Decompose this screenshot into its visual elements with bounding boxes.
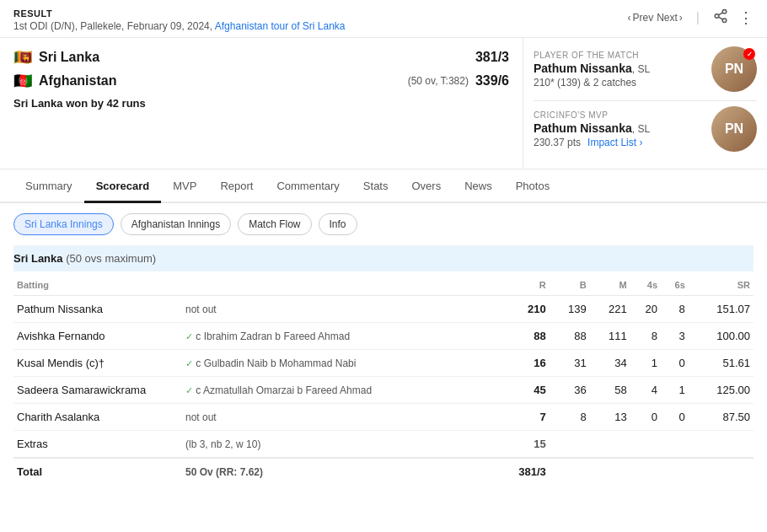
top-navigation: ‹ Prev Next › | ⋮ — [627, 8, 754, 27]
col-r: R — [494, 275, 550, 296]
team2-name: Afghanistan — [39, 73, 408, 89]
dismissal: ✓ c Gulbadin Naib b Mohammad Nabi — [182, 350, 494, 377]
team1-flag: 🇱🇰 — [13, 48, 32, 67]
match-area: 🇱🇰 Sri Lanka 381/3 🇦🇫 Afghanistan (50 ov… — [0, 38, 767, 169]
table-row: Sadeera Samarawickrama ✓ c Azmatullah Om… — [13, 377, 754, 404]
strike-rate: 151.07 — [689, 296, 754, 323]
batting-table: Batting R B M 4s 6s SR Pathum Nissanka n… — [13, 275, 754, 485]
minutes: 58 — [590, 377, 630, 404]
fours: 0 — [630, 404, 661, 431]
team2-flag: 🇦🇫 — [13, 72, 32, 90]
svg-line-3 — [718, 17, 722, 19]
batting-header: Sri Lanka (50 ovs maximum) — [13, 245, 754, 271]
potm-stats: 210* (139) & 2 catches — [534, 77, 703, 89]
cricinfo-mvp-block: CRICINFO'S MVP Pathum Nissanka, SL 230.3… — [534, 106, 757, 152]
potm-divider — [534, 100, 757, 101]
svg-point-2 — [722, 19, 727, 23]
batting-overs: (50 ovs maximum) — [66, 252, 156, 265]
team1-name: Sri Lanka — [39, 50, 475, 65]
table-row: Pathum Nissanka not out 210 139 221 20 8… — [13, 296, 754, 323]
innings-tab-afghanistan-innings[interactable]: Afghanistan Innings — [121, 213, 231, 235]
strike-rate: 51.61 — [689, 350, 754, 377]
runs: 7 — [494, 404, 550, 431]
total-value: 381/3 — [494, 458, 550, 485]
runs: 88 — [494, 323, 550, 350]
fours: 1 — [630, 350, 661, 377]
minutes: 111 — [590, 323, 630, 350]
balls: 139 — [550, 296, 590, 323]
svg-point-1 — [715, 14, 719, 19]
innings-tab-match-flow[interactable]: Match Flow — [238, 213, 311, 235]
potm-badge: ✓ — [743, 48, 755, 60]
next-button[interactable]: Next › — [657, 12, 683, 24]
balls: 36 — [550, 377, 590, 404]
tab-news[interactable]: News — [453, 169, 504, 203]
dismissal: ✓ c Azmatullah Omarzai b Fareed Ahmad — [182, 377, 494, 404]
minutes: 221 — [590, 296, 630, 323]
sixes: 1 — [661, 377, 689, 404]
tab-overs[interactable]: Overs — [400, 169, 453, 203]
teams-section: 🇱🇰 Sri Lanka 381/3 🇦🇫 Afghanistan (50 ov… — [0, 38, 523, 169]
balls: 8 — [550, 404, 590, 431]
batsman-name[interactable]: Sadeera Samarawickrama — [13, 377, 182, 404]
innings-tab-info[interactable]: Info — [319, 213, 357, 235]
table-row: Kusal Mendis (c)† ✓ c Gulbadin Naib b Mo… — [13, 350, 754, 377]
share-icon — [713, 8, 728, 24]
runs: 210 — [494, 296, 550, 323]
mvp-name-row: Pathum Nissanka, SL — [534, 121, 703, 135]
fours: 8 — [630, 323, 661, 350]
extras-detail: (lb 3, nb 2, w 10) — [182, 431, 494, 459]
col-dismissal — [182, 275, 494, 296]
total-detail: 50 Ov (RR: 7.62) — [182, 458, 494, 485]
nav-arrows: ‹ Prev Next › — [627, 12, 682, 24]
col-sr: SR — [689, 275, 754, 296]
col-m: M — [590, 275, 630, 296]
minutes: 34 — [590, 350, 630, 377]
table-row: Avishka Fernando ✓ c Ibrahim Zadran b Fa… — [13, 323, 754, 350]
runs: 16 — [494, 350, 550, 377]
team2-score-detail: (50 ov, T:382) — [408, 75, 469, 87]
nav-divider: | — [696, 10, 700, 25]
col-4s: 4s — [630, 275, 661, 296]
main-tabs: SummaryScorecardMVPReportCommentaryStats… — [0, 169, 767, 203]
batting-table-wrapper: Batting R B M 4s 6s SR Pathum Nissanka n… — [13, 275, 754, 485]
tab-stats[interactable]: Stats — [351, 169, 400, 203]
minutes: 13 — [590, 404, 630, 431]
series-link[interactable]: Afghanistan tour of Sri Lanka — [215, 20, 346, 32]
strike-rate: 100.00 — [689, 323, 754, 350]
mvp-avatar: PN — [711, 106, 757, 152]
extras-row: Extras (lb 3, nb 2, w 10) 15 — [13, 431, 754, 459]
batsman-name[interactable]: Avishka Fernando — [13, 323, 182, 350]
impact-list-link[interactable]: Impact List › — [587, 137, 642, 148]
share-button[interactable] — [713, 8, 728, 27]
innings-tab-sri-lanka-innings[interactable]: Sri Lanka Innings — [13, 213, 114, 235]
prev-chevron-icon: ‹ — [627, 12, 630, 24]
svg-line-4 — [718, 13, 722, 15]
player-of-match-block: PLAYER OF THE MATCH Pathum Nissanka, SL … — [534, 46, 757, 92]
batsman-name[interactable]: Charith Asalanka — [13, 404, 182, 431]
more-options-button[interactable]: ⋮ — [738, 8, 754, 27]
mvp-info: CRICINFO'S MVP Pathum Nissanka, SL 230.3… — [534, 110, 703, 148]
tab-scorecard[interactable]: Scorecard — [84, 169, 162, 203]
potm-section: PLAYER OF THE MATCH Pathum Nissanka, SL … — [523, 38, 767, 169]
batsman-name[interactable]: Pathum Nissanka — [13, 296, 182, 323]
mvp-pts-row: 230.37 pts Impact List › — [534, 137, 703, 148]
tab-photos[interactable]: Photos — [504, 169, 561, 203]
tab-commentary[interactable]: Commentary — [265, 169, 351, 203]
total-row: Total 50 Ov (RR: 7.62) 381/3 — [13, 458, 754, 485]
batsman-name[interactable]: Kusal Mendis (c)† — [13, 350, 182, 377]
fours: 20 — [630, 296, 661, 323]
balls: 88 — [550, 323, 590, 350]
tab-mvp[interactable]: MVP — [161, 169, 208, 203]
total-label: Total — [13, 458, 182, 485]
potm-info: PLAYER OF THE MATCH Pathum Nissanka, SL … — [534, 51, 703, 89]
team1-score: 381/3 — [475, 50, 509, 65]
sixes: 8 — [661, 296, 689, 323]
tab-report[interactable]: Report — [208, 169, 265, 203]
prev-button[interactable]: ‹ Prev — [627, 12, 653, 24]
sixes: 0 — [661, 350, 689, 377]
svg-point-0 — [722, 10, 727, 14]
fours: 4 — [630, 377, 661, 404]
mvp-label: CRICINFO'S MVP — [534, 110, 703, 120]
tab-summary[interactable]: Summary — [13, 169, 84, 203]
